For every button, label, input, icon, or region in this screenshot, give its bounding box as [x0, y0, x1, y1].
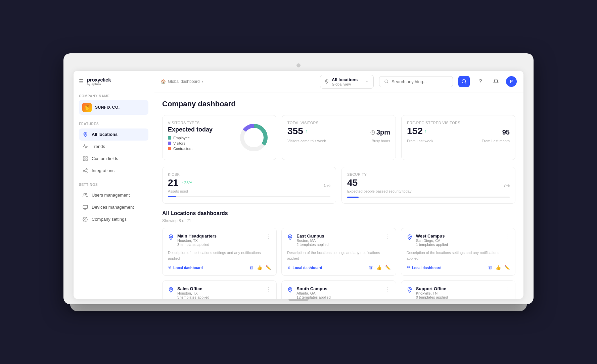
local-dashboard-link[interactable]: Local dashboard — [287, 266, 322, 270]
svg-rect-1 — [83, 157, 85, 158]
thumb-icon[interactable]: 👍 — [496, 265, 501, 270]
sidebar: ☰ proxyclick by eptura COMPANY NAME 🖐️ S… — [74, 71, 154, 299]
svg-point-30 — [408, 267, 409, 268]
settings-label: SETTINGS — [79, 183, 148, 187]
settings-section: SETTINGS Users management Devices manage… — [74, 179, 154, 229]
local-dashboard-link[interactable]: Local dashboard — [168, 266, 203, 270]
dashboard-pin-icon — [287, 266, 291, 269]
pre-registered-sub-right: From Last month — [482, 139, 510, 143]
thumb-icon[interactable]: 👍 — [257, 265, 262, 270]
sidebar-item-trends[interactable]: Trends — [79, 141, 148, 153]
location-templates: 2 templates applied — [296, 243, 328, 247]
expected-today-title: Expected today — [168, 126, 232, 133]
location-footer: Local dashboard 🗑 👍 ✏️ — [168, 265, 271, 270]
locations-grid: Main Headquarters Houston, TX 3 template… — [162, 228, 515, 299]
contractors-label: Contractors — [173, 147, 192, 151]
search-button[interactable] — [458, 76, 470, 87]
features-label: FEATURES — [79, 122, 148, 126]
sidebar-item-all-locations[interactable]: All locations — [79, 128, 148, 141]
user-avatar[interactable]: P — [506, 76, 517, 87]
sidebar-item-company-settings[interactable]: Company settings — [79, 213, 148, 225]
svg-rect-11 — [83, 205, 87, 208]
local-dashboard-label: Local dashboard — [292, 266, 322, 270]
edit-icon[interactable]: ✏️ — [266, 265, 271, 270]
help-icon[interactable]: ? — [475, 76, 486, 87]
svg-rect-3 — [83, 159, 85, 161]
location-card: West Campus San Diego, CA 1 templates ap… — [401, 228, 515, 276]
more-options-icon[interactable]: ⋮ — [504, 233, 510, 240]
location-desc: Description of the locations settings an… — [407, 250, 510, 261]
thumb-icon[interactable]: 👍 — [376, 265, 382, 270]
hamburger-icon[interactable]: ☰ — [79, 78, 84, 85]
dashboard-pin-icon — [407, 266, 410, 269]
breadcrumb-parent[interactable]: Global dashboard — [168, 79, 200, 84]
main-content: 🏠 Global dashboard › All locations Globa… — [154, 71, 523, 299]
location-desc: Description of the locations settings an… — [287, 250, 390, 261]
search-input[interactable] — [392, 79, 445, 84]
legend-employee: Employee — [168, 136, 232, 140]
pre-registered-value: 152 — [407, 126, 423, 137]
svg-line-8 — [85, 171, 86, 172]
total-visitors-sub-left: Visitors came this week — [287, 139, 326, 143]
sidebar-item-label: Custom fields — [92, 156, 118, 161]
logo-sub: by eptura — [87, 83, 111, 86]
location-pin-icon — [407, 234, 413, 242]
location-name: Sales Office — [177, 286, 209, 291]
security-card: Security 45 7% Expected people passed se… — [341, 167, 515, 204]
more-options-icon[interactable]: ⋮ — [385, 286, 391, 293]
donut-area: Visitors types Expected today Employee — [168, 121, 232, 153]
location-info: Support Office Knoxville, TN 0 templates… — [407, 286, 448, 299]
local-dashboard-link[interactable]: Local dashboard — [407, 266, 442, 270]
location-card-header: East Campus Boston, MA 2 templates appli… — [287, 233, 390, 247]
location-card: Main Headquarters Houston, TX 3 template… — [162, 228, 277, 276]
trends-icon — [82, 144, 88, 150]
sidebar-item-integrations[interactable]: Integrations — [79, 165, 148, 177]
svg-point-16 — [385, 80, 388, 83]
location-selector[interactable]: All locations Global view — [320, 75, 374, 89]
security-progress-fill — [347, 197, 359, 198]
sidebar-item-users-management[interactable]: Users management — [79, 189, 148, 201]
logo-text: proxyclick — [87, 77, 111, 83]
edit-icon[interactable]: ✏️ — [504, 265, 510, 270]
top-icons: ? P — [475, 76, 517, 87]
visitors-types-label: Visitors types — [168, 121, 232, 125]
svg-point-5 — [86, 168, 87, 170]
sidebar-item-devices-management[interactable]: Devices management — [79, 201, 148, 213]
svg-point-35 — [409, 289, 410, 291]
location-card: East Campus Boston, MA 2 templates appli… — [281, 228, 396, 276]
sidebar-item-label: All locations — [92, 132, 118, 137]
legend-contractors: Contractors — [168, 147, 232, 151]
location-city: Houston, TX — [177, 239, 217, 243]
delete-icon[interactable]: 🗑 — [488, 265, 492, 270]
location-footer: Local dashboard 🗑 👍 ✏️ — [287, 265, 390, 270]
edit-icon[interactable]: ✏️ — [385, 265, 391, 270]
bell-icon[interactable] — [491, 76, 501, 87]
delete-icon[interactable]: 🗑 — [369, 265, 373, 270]
location-name: West Campus — [416, 233, 448, 239]
more-options-icon[interactable]: ⋮ — [266, 233, 271, 240]
sidebar-item-custom-fields[interactable]: Custom fields — [79, 153, 148, 165]
location-pin-icon — [287, 287, 293, 295]
users-icon — [82, 192, 88, 198]
location-actions: 🗑 👍 ✏️ — [488, 265, 510, 270]
more-options-icon[interactable]: ⋮ — [385, 233, 391, 240]
company-item[interactable]: 🖐️ SUNFIX CO. — [79, 100, 148, 115]
location-city: Boston, MA — [296, 239, 328, 243]
location-info: East Campus Boston, MA 2 templates appli… — [287, 233, 328, 247]
kiosk-card: Kiosk 21 ↑ 23% 5% Assets used — [162, 167, 336, 204]
location-actions: 🗑 👍 ✏️ — [369, 265, 391, 270]
location-city: San Diego, CA — [416, 239, 448, 243]
location-icon — [82, 132, 88, 138]
total-visitors-label: Total visitors — [287, 121, 390, 125]
more-options-icon[interactable]: ⋮ — [266, 286, 271, 293]
svg-point-33 — [289, 289, 291, 291]
security-sub: Expected people passed security today — [347, 189, 411, 193]
company-label: COMPANY NAME — [79, 94, 148, 98]
more-options-icon[interactable]: ⋮ — [504, 286, 510, 293]
devices-icon — [82, 204, 88, 210]
location-name: East Campus — [296, 233, 328, 239]
home-icon: 🏠 — [161, 79, 166, 84]
company-name: SUNFIX CO. — [95, 105, 120, 110]
delete-icon[interactable]: 🗑 — [249, 265, 254, 270]
pre-registered-label: Pre-registered visitors — [407, 121, 510, 125]
